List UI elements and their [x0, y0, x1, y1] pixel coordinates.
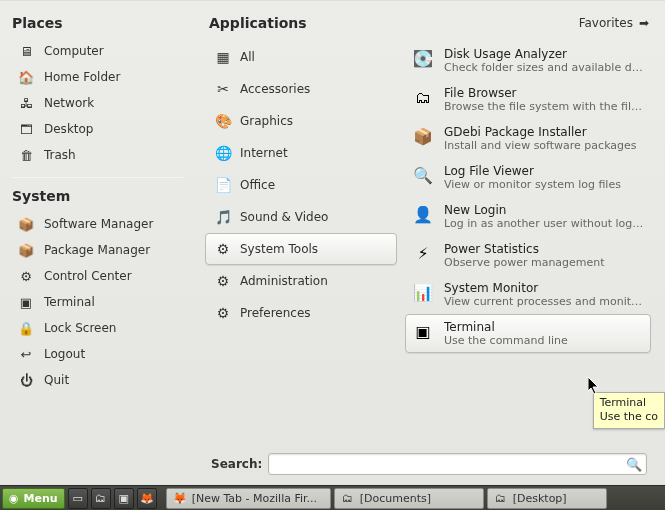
taskbar-menu-button[interactable]: ◉Menu — [2, 488, 65, 509]
category-preferences[interactable]: ⚙Preferences — [205, 297, 397, 329]
logout-icon: ↩ — [18, 346, 34, 362]
system-terminal[interactable]: ▣Terminal — [12, 290, 183, 314]
application-list: 💽Disk Usage AnalyzerCheck folder sizes a… — [405, 41, 653, 449]
taskbar: ◉Menu ▭ 🗂 ▣ 🦊 🦊[New Tab - Mozilla Fir...… — [0, 485, 665, 510]
taskbar-task-desktop[interactable]: 🗂[Desktop] — [487, 488, 607, 509]
taskbar-show-desktop[interactable]: ▭ — [68, 488, 88, 509]
search-label: Search: — [211, 457, 262, 471]
category-system-tools[interactable]: ⚙System Tools — [205, 233, 397, 265]
system-quit[interactable]: ⏻Quit — [12, 368, 183, 392]
firefox-icon: 🦊 — [173, 491, 187, 505]
sound-video-icon: 🎵 — [214, 208, 232, 226]
terminal-app-icon: ▣ — [412, 320, 434, 342]
folder-icon: 🗂 — [494, 491, 508, 505]
folder-icon: 🗂 — [341, 491, 355, 505]
administration-icon: ⚙ — [214, 272, 232, 290]
category-sound-video[interactable]: 🎵Sound & Video — [205, 201, 397, 233]
office-icon: 📄 — [214, 176, 232, 194]
quit-icon: ⏻ — [18, 372, 34, 388]
places-desktop[interactable]: 🗔Desktop — [12, 117, 183, 141]
app-file-browser[interactable]: 🗂File BrowserBrowse the file system with… — [405, 80, 651, 119]
desktop-icon: 🗔 — [18, 121, 34, 137]
search-input[interactable] — [273, 457, 626, 471]
divider — [12, 177, 183, 178]
network-icon: 🖧 — [18, 95, 34, 111]
all-icon: ▦ — [214, 48, 232, 66]
system-tools-icon: ⚙ — [214, 240, 232, 258]
category-administration[interactable]: ⚙Administration — [205, 265, 397, 297]
internet-icon: 🌐 — [214, 144, 232, 162]
places-title: Places — [12, 15, 183, 31]
system-monitor-icon: 📊 — [412, 281, 434, 303]
new-login-icon: 👤 — [412, 203, 434, 225]
gdebi-icon: 📦 — [412, 125, 434, 147]
category-accessories[interactable]: ✂Accessories — [205, 73, 397, 105]
app-log-file-viewer[interactable]: 🔍Log File ViewerView or monitor system l… — [405, 158, 651, 197]
power-stats-icon: ⚡ — [412, 242, 434, 264]
app-gdebi[interactable]: 📦GDebi Package InstallerInstall and view… — [405, 119, 651, 158]
software-manager-icon: 📦 — [18, 216, 34, 232]
favorites-link[interactable]: Favorites➡ — [579, 16, 649, 30]
app-disk-usage-analyzer[interactable]: 💽Disk Usage AnalyzerCheck folder sizes a… — [405, 41, 651, 80]
graphics-icon: 🎨 — [214, 112, 232, 130]
taskbar-task-documents[interactable]: 🗂[Documents] — [334, 488, 484, 509]
category-list: ▦All ✂Accessories 🎨Graphics 🌐Internet 📄O… — [205, 41, 397, 449]
places-trash[interactable]: 🗑Trash — [12, 143, 183, 167]
disk-usage-icon: 💽 — [412, 47, 434, 69]
app-power-statistics[interactable]: ⚡Power StatisticsObserve power managemen… — [405, 236, 651, 275]
category-all[interactable]: ▦All — [205, 41, 397, 73]
app-terminal[interactable]: ▣TerminalUse the command line — [405, 314, 651, 353]
taskbar-task-firefox[interactable]: 🦊[New Tab - Mozilla Fir... — [166, 488, 331, 509]
places-home-folder[interactable]: 🏠Home Folder — [12, 65, 183, 89]
system-lock-screen[interactable]: 🔒Lock Screen — [12, 316, 183, 340]
app-new-login[interactable]: 👤New LoginLog in as another user without… — [405, 197, 651, 236]
system-control-center[interactable]: ⚙Control Center — [12, 264, 183, 288]
lock-icon: 🔒 — [18, 320, 34, 336]
applications-title: Applications — [209, 15, 307, 31]
control-center-icon: ⚙ — [18, 268, 34, 284]
preferences-icon: ⚙ — [214, 304, 232, 322]
app-system-monitor[interactable]: 📊System MonitorView current processes an… — [405, 275, 651, 314]
taskbar-file-manager[interactable]: 🗂 — [91, 488, 111, 509]
search-box[interactable]: 🔍 — [268, 453, 647, 475]
accessories-icon: ✂ — [214, 80, 232, 98]
system-software-manager[interactable]: 📦Software Manager — [12, 212, 183, 236]
mint-logo-icon: ◉ — [9, 492, 19, 505]
terminal-icon: ▣ — [18, 294, 34, 310]
taskbar-firefox[interactable]: 🦊 — [137, 488, 157, 509]
system-package-manager[interactable]: 📦Package Manager — [12, 238, 183, 262]
tooltip: Terminal Use the co — [593, 392, 665, 429]
log-viewer-icon: 🔍 — [412, 164, 434, 186]
file-browser-icon: 🗂 — [412, 86, 434, 108]
home-icon: 🏠 — [18, 69, 34, 85]
search-icon[interactable]: 🔍 — [626, 457, 642, 472]
places-network[interactable]: 🖧Network — [12, 91, 183, 115]
taskbar-terminal[interactable]: ▣ — [114, 488, 134, 509]
category-internet[interactable]: 🌐Internet — [205, 137, 397, 169]
system-logout[interactable]: ↩Logout — [12, 342, 183, 366]
computer-icon: 🖥 — [18, 43, 34, 59]
arrow-right-icon: ➡ — [639, 16, 649, 30]
package-manager-icon: 📦 — [18, 242, 34, 258]
category-graphics[interactable]: 🎨Graphics — [205, 105, 397, 137]
category-office[interactable]: 📄Office — [205, 169, 397, 201]
trash-icon: 🗑 — [18, 147, 34, 163]
system-title: System — [12, 188, 183, 204]
places-computer[interactable]: 🖥Computer — [12, 39, 183, 63]
